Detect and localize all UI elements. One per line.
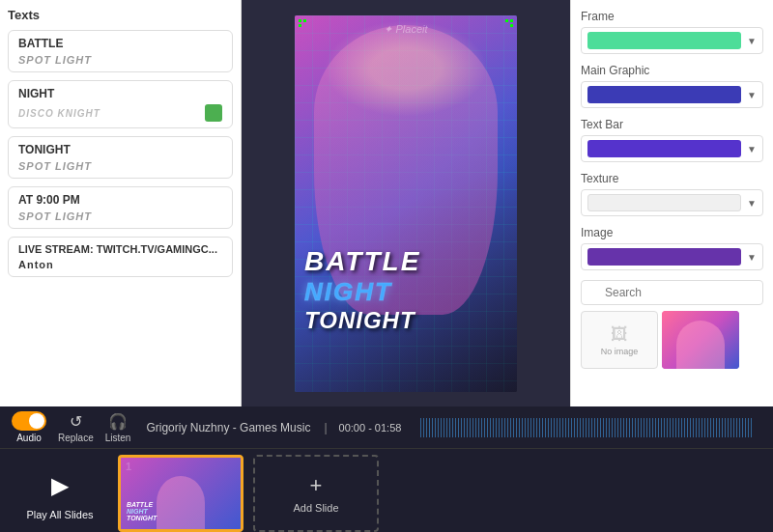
frame-chevron-icon: ▼ — [747, 36, 757, 46]
audio-toggle-wrapper: Audio — [12, 411, 46, 443]
slide-text-night: NIGHT — [127, 508, 235, 515]
replace-button[interactable]: ↺ Replace — [58, 412, 94, 443]
texture-color-bar — [587, 194, 741, 211]
frame-color-bar — [587, 32, 741, 49]
audio-toggle[interactable] — [12, 411, 46, 431]
add-icon: + — [310, 473, 323, 498]
frame-section: Frame ▼ — [581, 10, 763, 54]
image-thumb-1[interactable] — [662, 311, 739, 369]
replace-icon: ↺ — [70, 412, 82, 431]
add-slide-label: Add Slide — [293, 502, 338, 514]
text-item-4-label: AT 9:00 PM — [18, 193, 222, 207]
waveform — [420, 418, 754, 437]
text-item-1-label: BATTLE — [18, 37, 222, 50]
corner-pixels-tl — [299, 19, 311, 32]
image-section: Image ▼ — [581, 226, 763, 270]
texts-title: Texts — [8, 8, 233, 22]
texture-chevron-icon: ▼ — [747, 198, 757, 209]
text-bar-section: Text Bar ▼ — [581, 118, 763, 162]
text-bar-color-select[interactable]: ▼ — [581, 135, 763, 162]
no-image-icon: 🖼 — [611, 324, 628, 345]
canvas-tonight-text: TONIGHT — [304, 307, 507, 334]
text-bar-label: Text Bar — [581, 118, 763, 131]
no-image-box: 🖼 No image — [581, 311, 658, 369]
texture-section: Texture ▼ — [581, 172, 763, 216]
audio-label: Audio — [16, 433, 42, 443]
text-item-4-font: SPOT LIGHT — [18, 210, 222, 222]
main-area: Texts BATTLE SPOT LIGHT NIGHT DISCO KNIG… — [0, 0, 773, 406]
text-item-3[interactable]: TONIGHT SPOT LIGHT — [8, 136, 233, 179]
canvas-area: ✦ Placeit BATTLE NIGHT TONIGHT — [242, 0, 570, 406]
track-name: Grigoriy Nuzhny - Games Music — [146, 421, 310, 434]
frame-label: Frame — [581, 10, 763, 23]
main-graphic-color-bar — [587, 86, 741, 103]
canvas-battle-text: BATTLE — [304, 246, 507, 277]
main-graphic-chevron-icon: ▼ — [747, 90, 757, 100]
text-item-2[interactable]: NIGHT DISCO KNIGHT — [8, 80, 233, 128]
text-item-2-font: DISCO KNIGHT — [18, 108, 100, 119]
texture-label: Texture — [581, 172, 763, 185]
watermark: ✦ Placeit — [384, 23, 427, 36]
canvas-image: ✦ Placeit BATTLE NIGHT TONIGHT — [295, 15, 517, 392]
slides-row: ▶ Play All Slides 1 BATTLE NIGHT TONIGHT… — [0, 449, 773, 532]
image-chevron-icon: ▼ — [747, 252, 757, 263]
text-item-2-label: NIGHT — [18, 87, 222, 100]
image-color-bar — [587, 248, 741, 266]
slide-text-tonight: TONIGHT — [127, 515, 235, 521]
text-item-3-label: TONIGHT — [18, 143, 222, 156]
play-all-label: Play All Slides — [26, 509, 93, 520]
text-item-5[interactable]: LIVE STREAM: TWITCH.TV/GAMINGC... Anton — [8, 237, 233, 277]
listen-button[interactable]: 🎧 Listen — [105, 412, 131, 443]
text-item-4[interactable]: AT 9:00 PM SPOT LIGHT — [8, 186, 233, 229]
corner-pixels-tr — [501, 19, 513, 32]
main-graphic-label: Main Graphic — [581, 64, 763, 77]
text-item-5-font: Anton — [18, 259, 222, 270]
audio-controls: Audio ↺ Replace 🎧 Listen Grigoriy Nuzhny… — [0, 406, 773, 449]
listen-icon: 🎧 — [108, 412, 128, 431]
search-wrapper: 🔍 — [581, 280, 763, 305]
text-item-5-label: LIVE STREAM: TWITCH.TV/GAMINGC... — [18, 243, 222, 255]
search-input[interactable] — [581, 280, 763, 305]
image-label: Image — [581, 226, 763, 239]
left-panel: Texts BATTLE SPOT LIGHT NIGHT DISCO KNIG… — [0, 0, 242, 406]
text-bar-color-bar — [587, 140, 741, 157]
text-bar-chevron-icon: ▼ — [747, 144, 757, 154]
text-item-3-font: SPOT LIGHT — [18, 160, 222, 172]
texture-color-select[interactable]: ▼ — [581, 189, 763, 216]
image-color-select[interactable]: ▼ — [581, 243, 763, 270]
canvas-night-text: NIGHT — [304, 277, 507, 307]
text-item-1-font: SPOT LIGHT — [18, 54, 222, 66]
track-separator: | — [324, 421, 327, 434]
slide-text-battle: BATTLE — [127, 501, 235, 508]
bottom-bar: Audio ↺ Replace 🎧 Listen Grigoriy Nuzhny… — [0, 406, 773, 532]
main-graphic-section: Main Graphic ▼ — [581, 64, 763, 108]
slide-thumb-1[interactable]: 1 BATTLE NIGHT TONIGHT — [118, 455, 243, 532]
image-grid: 🖼 No image — [581, 311, 763, 369]
canvas-text-overlay: BATTLE NIGHT TONIGHT — [304, 246, 507, 334]
play-all-button[interactable]: ▶ Play All Slides — [12, 466, 108, 520]
right-panel: Frame ▼ Main Graphic ▼ Text Bar ▼ Textur… — [570, 0, 773, 406]
text-item-2-color-dot — [205, 104, 222, 122]
slide-content-mini: BATTLE NIGHT TONIGHT — [127, 501, 235, 521]
add-slide-button[interactable]: + Add Slide — [253, 455, 379, 532]
toggle-knob — [29, 413, 44, 429]
replace-label: Replace — [58, 433, 94, 443]
track-time: 00:00 - 01:58 — [339, 422, 402, 434]
frame-color-select[interactable]: ▼ — [581, 27, 763, 54]
no-image-label: No image — [601, 347, 639, 356]
text-item-1[interactable]: BATTLE SPOT LIGHT — [8, 30, 233, 72]
main-graphic-color-select[interactable]: ▼ — [581, 81, 763, 108]
play-icon: ▶ — [41, 466, 79, 505]
listen-label: Listen — [105, 433, 131, 443]
